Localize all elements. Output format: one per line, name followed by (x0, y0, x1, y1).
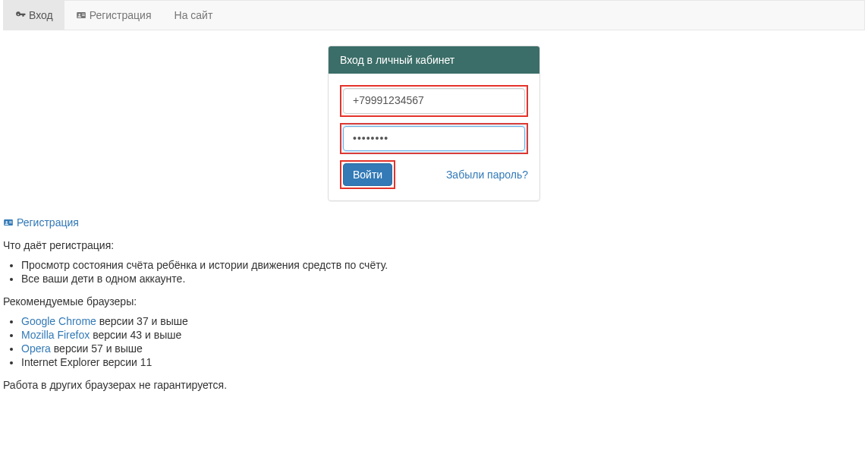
submit-button[interactable]: Войти (343, 163, 392, 186)
highlight-password (340, 123, 528, 155)
nav-register[interactable]: Регистрация (64, 1, 163, 30)
svg-rect-7 (9, 222, 12, 223)
browser-suffix: версии 43 и выше (90, 329, 181, 341)
registration-heading: Что даёт регистрация: (3, 239, 865, 251)
svg-rect-3 (82, 15, 85, 16)
list-item: Opera версии 57 и выше (21, 342, 865, 355)
button-row: Войти Забыли пароль? (340, 160, 528, 189)
registration-link[interactable]: Регистрация (17, 216, 79, 229)
browsers-footer: Работа в других браузерах не гарантирует… (3, 379, 865, 391)
list-item: Google Chrome версии 37 и выше (21, 315, 865, 327)
nav-login[interactable]: Вход (4, 1, 64, 30)
login-panel: Вход в личный кабинет Войти Забыли парол… (328, 46, 540, 201)
browsers-list: Google Chrome версии 37 и выше Mozilla F… (21, 315, 865, 368)
list-item: Все ваши дети в одном аккаунте. (21, 273, 865, 285)
id-card-icon (76, 10, 86, 20)
list-item: Mozilla Firefox версии 43 и выше (21, 329, 865, 341)
id-card-icon (3, 217, 14, 228)
phone-input[interactable] (343, 88, 525, 114)
browser-name: Internet Explorer версии 11 (21, 356, 152, 368)
highlight-submit: Войти (340, 160, 395, 189)
list-item: Просмотр состояния счёта ребёнка и истор… (21, 259, 865, 271)
forgot-password-link[interactable]: Забыли пароль? (446, 169, 528, 181)
navbar: Вход Регистрация На сайт (3, 0, 865, 30)
nav-login-label: Вход (29, 9, 53, 21)
browser-suffix: версии 57 и выше (51, 342, 143, 355)
browser-link[interactable]: Google Chrome (21, 315, 96, 327)
browser-suffix: версии 37 и выше (96, 315, 188, 327)
key-icon (15, 10, 26, 20)
svg-point-1 (78, 14, 80, 15)
browsers-heading: Рекомендуемые браузеры: (3, 295, 865, 308)
panel-heading: Вход в личный кабинет (329, 46, 539, 74)
svg-rect-6 (9, 221, 12, 222)
svg-point-5 (6, 221, 8, 222)
password-input[interactable] (343, 126, 525, 152)
browser-link[interactable]: Opera (21, 342, 51, 355)
list-item: Internet Explorer версии 11 (21, 356, 865, 368)
nav-site-label: На сайт (175, 9, 213, 21)
nav-site[interactable]: На сайт (163, 1, 225, 30)
registration-line: Регистрация (3, 216, 865, 229)
browser-link[interactable]: Mozilla Firefox (21, 329, 90, 341)
nav-register-label: Регистрация (90, 9, 152, 21)
highlight-phone (340, 85, 528, 117)
panel-body: Войти Забыли пароль? (329, 74, 539, 200)
benefits-list: Просмотр состояния счёта ребёнка и истор… (21, 259, 865, 285)
svg-rect-2 (82, 14, 85, 14)
content: Регистрация Что даёт регистрация: Просмо… (0, 216, 868, 391)
